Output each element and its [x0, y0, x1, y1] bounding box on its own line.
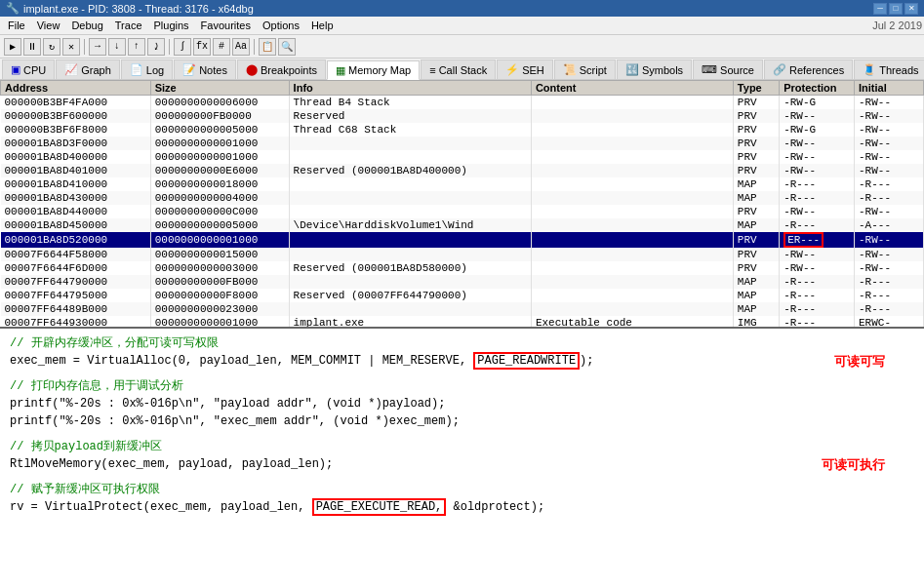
- cell-info: Reserved: [289, 109, 531, 123]
- table-row[interactable]: 000001BA8D440000 000000000000C000 PRV -R…: [1, 205, 924, 218]
- tab-symbols[interactable]: 🔣 Symbols: [617, 59, 692, 79]
- cell-type: MAP: [733, 302, 779, 316]
- table-row[interactable]: 000001BA8D520000 0000000000001000 PRV ER…: [1, 232, 924, 248]
- title-bar: 🔧 implant.exe - PID: 3808 - Thread: 3176…: [0, 0, 924, 17]
- cell-content: [531, 96, 733, 109]
- toolbar-btn-4[interactable]: ✕: [62, 38, 80, 56]
- tab-notes[interactable]: 📝 Notes: [174, 59, 236, 79]
- tab-threads[interactable]: 🧵 Threads: [854, 59, 924, 79]
- table-row[interactable]: 00007FF64489B000 0000000000023000 MAP -R…: [1, 302, 924, 316]
- table-row[interactable]: 000001BA8D401000 00000000000E6000 Reserv…: [1, 164, 924, 177]
- code-line-1: exec_mem = VirtualAlloc(0, payload_len, …: [10, 352, 914, 370]
- code-text-1b: );: [580, 354, 593, 368]
- toolbar-btn-8[interactable]: ⤸: [147, 38, 165, 56]
- tab-cpu-label: CPU: [23, 64, 46, 76]
- cell-info: [289, 302, 531, 316]
- table-row[interactable]: 00007F6644F58000 0000000000015000 PRV -R…: [1, 248, 924, 261]
- tab-seh[interactable]: ⚡ SEH: [497, 59, 553, 79]
- tab-references[interactable]: 🔗 References: [764, 59, 853, 79]
- toolbar-btn-9[interactable]: 📋: [259, 38, 276, 56]
- tab-source[interactable]: ⌨ Source: [693, 59, 763, 79]
- cell-type: PRV: [733, 232, 779, 248]
- table-row[interactable]: 00007FF644790000 00000000000FB000 MAP -R…: [1, 275, 924, 289]
- table-row[interactable]: 000000B3BF600000 000000000FB0000 Reserve…: [1, 109, 924, 123]
- cell-type: MAP: [733, 191, 779, 205]
- memory-table-container[interactable]: Address Size Info Content Type Protectio…: [0, 80, 924, 329]
- close-button[interactable]: ✕: [904, 3, 918, 15]
- table-row[interactable]: 000001BA8D410000 0000000000018000 MAP -R…: [1, 177, 924, 191]
- menu-favourites[interactable]: Favourites: [195, 18, 257, 33]
- toolbar-btn-1[interactable]: ▶: [4, 38, 21, 56]
- cell-info: Reserved (000001BA8D580000): [289, 261, 531, 275]
- cell-size: 0000000000005000: [150, 123, 289, 137]
- cell-size: 000000000000C000: [150, 205, 289, 218]
- code-line-4: rv = VirtualProtect(exec_mem, payload_le…: [10, 498, 914, 516]
- cell-info: [289, 191, 531, 205]
- tab-log[interactable]: 📄 Log: [121, 59, 173, 79]
- cell-protection: -RW-G: [780, 123, 855, 137]
- cell-initial: -RW--: [855, 248, 924, 261]
- toolbar-btn-6[interactable]: ↓: [108, 38, 126, 56]
- tab-call-stack[interactable]: ≡ Call Stack: [421, 59, 496, 79]
- cell-size: 0000000000006000: [150, 96, 289, 109]
- toolbar-btn-3[interactable]: ↻: [43, 38, 60, 56]
- toolbar-btn-5[interactable]: →: [89, 38, 106, 56]
- tab-graph[interactable]: 📈 Graph: [56, 59, 120, 79]
- app-icon: 🔧: [6, 2, 20, 15]
- prot-highlight: ER---: [783, 232, 824, 248]
- col-header-protection: Protection: [780, 81, 855, 96]
- cell-info: [289, 248, 531, 261]
- cell-type: MAP: [733, 177, 779, 191]
- script-icon: 📜: [563, 63, 577, 76]
- toolbar-btn-asm[interactable]: ∫: [174, 38, 191, 56]
- table-row[interactable]: 00007F6644F6D000 0000000000003000 Reserv…: [1, 261, 924, 275]
- tab-memory-map[interactable]: ▦ Memory Map: [327, 60, 420, 80]
- toolbar-btn-aa[interactable]: Aa: [232, 38, 250, 56]
- table-row[interactable]: 000001BA8D3F0000 0000000000001000 PRV -R…: [1, 137, 924, 150]
- menu-view[interactable]: View: [31, 18, 66, 33]
- cell-protection: -RW-G: [780, 96, 855, 109]
- cell-content: [531, 164, 733, 177]
- cell-address: 00007FF64489B000: [1, 302, 151, 316]
- table-row[interactable]: 000000B3BF4FA000 0000000000006000 Thread…: [1, 96, 924, 109]
- code-text-1a: exec_mem = VirtualAlloc(0, payload_len, …: [10, 354, 473, 368]
- menu-options[interactable]: Options: [257, 18, 305, 33]
- col-header-initial: Initial: [855, 81, 924, 96]
- cell-info: [289, 275, 531, 289]
- table-row[interactable]: 000001BA8D430000 0000000000004000 MAP -R…: [1, 191, 924, 205]
- menu-file[interactable]: File: [2, 18, 31, 33]
- menu-trace[interactable]: Trace: [109, 18, 148, 33]
- toolbar-btn-hash[interactable]: #: [213, 38, 230, 56]
- col-header-info: Info: [289, 81, 531, 96]
- cell-content: [531, 109, 733, 123]
- cell-initial: ERWC-: [855, 316, 924, 330]
- menu-debug[interactable]: Debug: [65, 18, 108, 33]
- tab-script[interactable]: 📜 Script: [554, 59, 616, 79]
- menu-plugins[interactable]: Plugins: [148, 18, 195, 33]
- cell-type: MAP: [733, 218, 779, 232]
- toolbar-btn-10[interactable]: 🔍: [278, 38, 296, 56]
- minimize-button[interactable]: ─: [873, 3, 887, 15]
- code-text-4a: rv = VirtualProtect(exec_mem, payload_le…: [10, 500, 312, 514]
- tab-breakpoints[interactable]: ⬤ Breakpoints: [237, 59, 326, 79]
- table-row[interactable]: 00007FF644930000 0000000000001000 implan…: [1, 316, 924, 330]
- toolbar-btn-7[interactable]: ↑: [128, 38, 145, 56]
- cell-content: [531, 191, 733, 205]
- cell-content: [531, 232, 733, 248]
- table-row[interactable]: 000000B3BF6F8000 0000000000005000 Thread…: [1, 123, 924, 137]
- table-row[interactable]: 000001BA8D400000 0000000000001000 PRV -R…: [1, 150, 924, 164]
- cell-protection: -R---: [780, 191, 855, 205]
- table-row[interactable]: 000001BA8D450000 0000000000005000 \Devic…: [1, 218, 924, 232]
- code-comment-1: // 开辟内存缓冲区，分配可读可写权限: [10, 334, 914, 352]
- tab-cpu[interactable]: ▣ CPU: [2, 59, 55, 79]
- table-row[interactable]: 00007FF644795000 00000000000F8000 Reserv…: [1, 289, 924, 302]
- cell-initial: -R---: [855, 275, 924, 289]
- cell-address: 000001BA8D430000: [1, 191, 151, 205]
- menu-help[interactable]: Help: [305, 18, 340, 33]
- code-comment-2: // 打印内存信息，用于调试分析: [10, 377, 914, 395]
- maximize-button[interactable]: □: [889, 3, 903, 15]
- toolbar-btn-2[interactable]: ⏸: [23, 38, 41, 56]
- toolbar-btn-fx[interactable]: fx: [193, 38, 211, 56]
- cell-content: [531, 205, 733, 218]
- cell-protection: -R---: [780, 275, 855, 289]
